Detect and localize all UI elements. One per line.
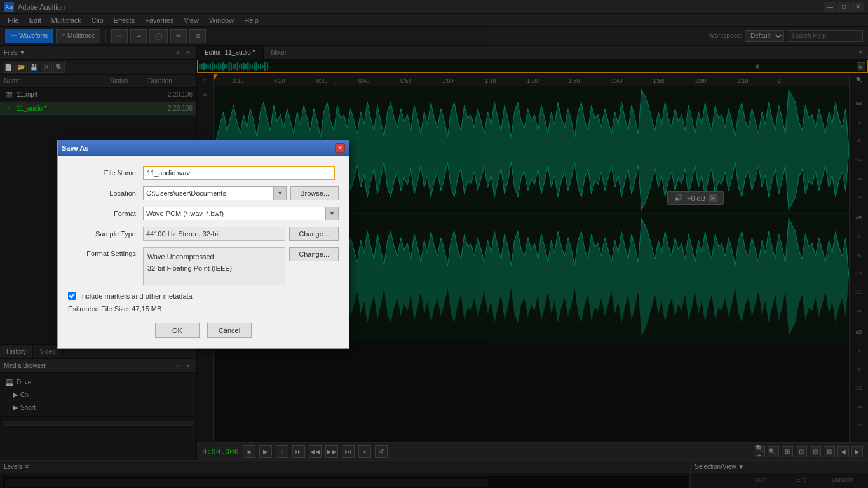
dialog-footer: OK Cancel bbox=[68, 319, 339, 338]
dialog-titlebar: Save As ✕ bbox=[58, 140, 349, 156]
include-markers-label: Include markers and other metadata bbox=[80, 292, 193, 300]
location-row: Location: C:\Users\user\Documents ▼ Brow… bbox=[68, 186, 339, 200]
browse-button[interactable]: Browse... bbox=[290, 186, 339, 200]
dialog-title: Save As bbox=[62, 144, 335, 152]
location-select[interactable]: C:\Users\user\Documents bbox=[143, 186, 274, 200]
format-settings-box: Wave Uncompressed 32-bit Floating Point … bbox=[143, 247, 285, 285]
sample-type-value: 44100 Hz Stereo, 32-bit bbox=[143, 227, 285, 241]
sample-change-button[interactable]: Change... bbox=[289, 227, 339, 241]
location-dropdown-arrow: ▼ bbox=[274, 186, 287, 200]
file-name-label: File Name: bbox=[68, 169, 138, 177]
file-name-row: File Name: bbox=[68, 166, 339, 180]
format-select-wrap: Wave PCM (*.wav, *.bwf) ▼ bbox=[143, 207, 339, 220]
estimated-size-value: 47,15 MB bbox=[132, 305, 161, 313]
format-label: Format: bbox=[68, 210, 138, 217]
estimated-size-label: Estimated File Size: bbox=[68, 305, 130, 313]
format-settings-label: Format Settings: bbox=[68, 247, 138, 257]
format-dropdown-arrow: ▼ bbox=[326, 207, 339, 220]
estimated-size-row: Estimated File Size: 47,15 MB bbox=[68, 305, 339, 313]
ok-button[interactable]: OK bbox=[155, 323, 200, 338]
location-label: Location: bbox=[68, 189, 138, 197]
location-select-wrap: C:\Users\user\Documents ▼ bbox=[143, 186, 287, 200]
dialog-overlay: Save As ✕ File Name: Location: C:\Users\… bbox=[0, 0, 868, 488]
dialog-close-button[interactable]: ✕ bbox=[335, 143, 345, 153]
include-markers-checkbox[interactable] bbox=[68, 292, 76, 300]
save-as-dialog: Save As ✕ File Name: Location: C:\Users\… bbox=[57, 140, 349, 349]
sample-type-label: Sample Type: bbox=[68, 230, 138, 238]
cancel-button[interactable]: Cancel bbox=[207, 323, 252, 338]
format-settings-text2: 32-bit Floating Point (IEEE) bbox=[147, 263, 281, 274]
format-settings-row: Format Settings: Wave Uncompressed 32-bi… bbox=[68, 247, 339, 285]
format-settings-change-button[interactable]: Change... bbox=[289, 247, 339, 261]
format-row: Format: Wave PCM (*.wav, *.bwf) ▼ bbox=[68, 207, 339, 220]
sample-type-row: Sample Type: 44100 Hz Stereo, 32-bit Cha… bbox=[68, 227, 339, 241]
format-select[interactable]: Wave PCM (*.wav, *.bwf) bbox=[143, 207, 326, 220]
dialog-body: File Name: Location: C:\Users\user\Docum… bbox=[58, 156, 349, 348]
file-name-input[interactable] bbox=[143, 166, 335, 180]
format-settings-text1: Wave Uncompressed bbox=[147, 252, 281, 263]
include-markers-row: Include markers and other metadata bbox=[68, 292, 339, 300]
